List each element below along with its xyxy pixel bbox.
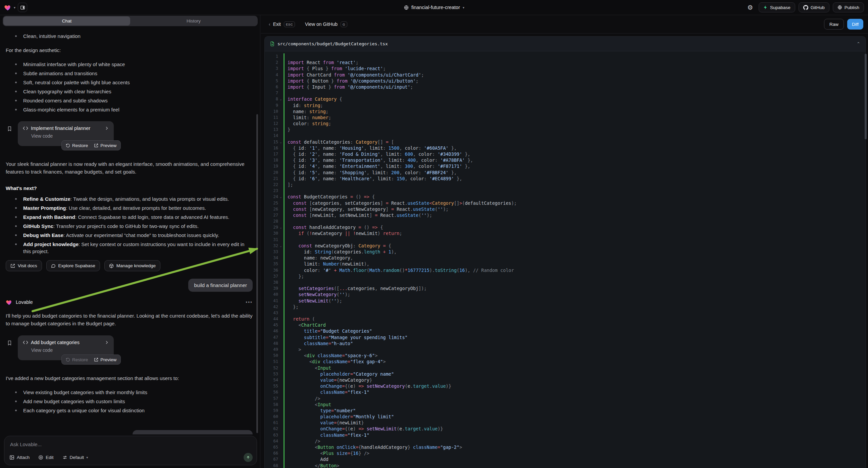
attach-button[interactable]: Attach [9,455,30,460]
preview-button[interactable]: Preview [94,357,117,362]
restore-button[interactable]: Restore [66,357,88,362]
code-line: 26 const [newCategory, setNewCategory] =… [265,206,866,212]
edit-button[interactable]: Edit [38,455,53,460]
publish-button[interactable]: Publish [833,2,864,12]
chat-bullet-list: Minimalist interface with plenty of whit… [6,61,253,113]
line-content: <Plus size={16} /> [283,450,866,456]
github-icon [803,5,808,10]
code-editor[interactable]: 12import React from 'react';3import { Pl… [265,51,866,468]
code-line: 45 <ChartCard [265,322,866,328]
code-line: 46 title="Budget Categories" [265,328,866,334]
fold-gutter [278,163,283,169]
restore-button[interactable]: Restore [66,143,88,148]
package-icon [109,264,114,268]
fold-gutter [278,218,283,224]
line-number: 62 [265,426,278,432]
line-content: import { Button } from '@/components/ui/… [283,78,866,84]
fold-chevron-icon[interactable]: ⌄ [278,139,283,145]
send-button[interactable] [244,453,253,462]
fold-gutter [278,426,283,432]
line-number: 66 [265,450,278,456]
bookmark-icon[interactable] [7,340,12,347]
code-line: 31 [265,237,866,243]
view-on-github-button[interactable]: View on GitHub G [305,22,347,27]
line-number: 1 [265,53,278,59]
supabase-icon [763,5,768,10]
line-number: 30 [265,230,278,236]
line-number: 61 [265,420,278,426]
code-line: 27 const [newLimit, setNewLimit] = React… [265,212,866,218]
file-header[interactable]: src/components/budget/BudgetCategories.t… [265,37,866,51]
fold-gutter [278,261,283,267]
lovable-logo[interactable] [4,4,11,11]
code-line: 23 [265,188,866,194]
line-number: 20 [265,170,278,176]
line-content [283,90,866,96]
version-card-row: Add budget categories [23,340,109,345]
line-number: 19 [265,163,278,169]
chevron-right-icon[interactable] [104,126,109,130]
chat-scrollbar[interactable] [256,114,258,433]
fold-gutter [278,322,283,328]
chip-explore-supabase[interactable]: Explore Supabase [46,260,100,271]
fold-gutter [278,328,283,334]
line-number: 6 [265,84,278,90]
view-code-link[interactable]: View code [31,133,109,139]
code-line: 44 return ( [265,316,866,322]
message-menu-button[interactable]: ••• [246,299,253,305]
supabase-button[interactable]: Supabase [758,2,795,12]
chevron-down-icon[interactable]: ▾ [14,6,16,9]
chevron-right-icon[interactable] [104,340,109,345]
bookmark-icon[interactable] [7,126,12,133]
code-line: 50 <div className="space-y-6"> [265,352,866,358]
fold-chevron-icon[interactable]: ⌄ [278,243,283,249]
list-item: Minimalist interface with plenty of whit… [23,61,253,68]
attach-image-icon [9,455,14,460]
line-content: <div className="flex gap-4"> [283,358,866,364]
line-number: 32 [265,243,278,249]
fold-chevron-icon[interactable]: ⌄ [278,96,283,102]
fold-gutter [278,126,283,133]
line-number: 41 [265,298,278,304]
chat-bullet-list: Refine & Customize: Tweak the design, an… [6,195,253,255]
view-code-link[interactable]: View code [31,348,109,353]
line-content: limit: Number(newLimit), [283,261,866,267]
tab-chat[interactable]: Chat [3,17,130,26]
file-path: src/components/budget/BudgetCategories.t… [277,41,388,46]
chat-paragraph: For the design aesthetic: [6,46,253,54]
fold-gutter [278,188,283,194]
fold-gutter [278,151,283,157]
list-item: Refine & Customize: Tweak the design, an… [23,195,253,202]
mode-selector[interactable]: Default ▾ [62,455,88,460]
settings-button[interactable]: ⚙ [745,2,755,12]
diff-button[interactable]: Diff [847,19,863,30]
project-menu[interactable]: financial-future-creator ▾ [404,5,464,10]
code-line: 7 [265,90,866,96]
line-content: const [newCategory, setNewCategory] = Re… [283,206,866,212]
preview-button[interactable]: Preview [94,143,117,148]
code-scrollbar[interactable] [865,54,867,139]
chip-label: Visit docs [18,263,37,268]
code-line: 29⌄ const handleAddCategory = () => { [265,224,866,230]
exit-button[interactable]: ‹ Exit ESC [269,22,295,27]
list-item: GitHub Sync: Transfer your project's cod… [23,223,253,230]
fold-gutter [278,249,283,255]
assistant-header: Lovable••• [6,299,253,305]
fold-chevron-icon[interactable]: ⌄ [278,194,283,200]
fold-chevron-icon[interactable]: ⌄ [278,224,283,230]
line-content: > [283,347,866,352]
chip-visit-docs[interactable]: Visit docs [6,260,42,271]
raw-button[interactable]: Raw [824,19,844,30]
line-content: value={newCategory} [283,377,866,383]
chat-input[interactable]: Ask Lovable... [10,441,41,447]
composer[interactable]: Ask Lovable... Attach Edit [4,436,257,465]
line-number: 3 [265,65,278,71]
chip-manage-knowledge[interactable]: Manage knowledge [104,260,160,271]
fold-gutter [278,389,283,395]
github-button[interactable]: GitHub [799,2,829,12]
toggle-sidebar-button[interactable] [18,3,27,12]
collapse-chevron-icon[interactable]: ⌃ [857,41,860,46]
tab-history[interactable]: History [130,17,257,26]
gear-icon: ⚙ [747,4,753,11]
line-number: 65 [265,444,278,450]
